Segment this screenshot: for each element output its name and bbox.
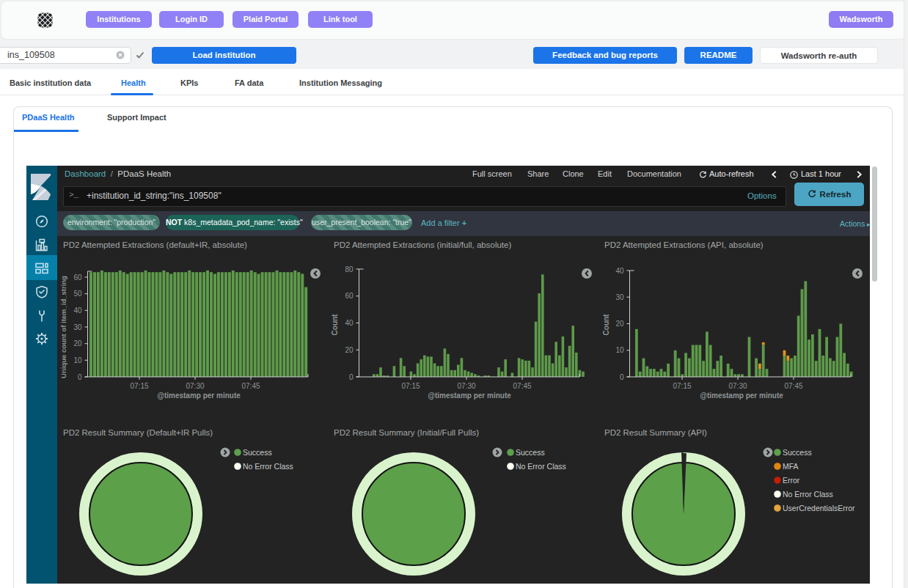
svg-text:UserCredentialsError: UserCredentialsError <box>783 504 855 512</box>
svg-text:80: 80 <box>345 265 354 273</box>
svg-text:@timestamp per minute: @timestamp per minute <box>157 392 241 400</box>
svg-text:07:30: 07:30 <box>186 382 204 390</box>
svg-text:07:45: 07:45 <box>784 382 802 390</box>
svg-text:No Error Class: No Error Class <box>243 462 293 471</box>
svg-text:Success: Success <box>783 448 812 457</box>
svg-text:PD2 Result Summary (API): PD2 Result Summary (API) <box>604 428 707 437</box>
svg-text:No Error Class: No Error Class <box>783 490 833 499</box>
svg-text:07:15: 07:15 <box>673 382 691 390</box>
svg-text:0: 0 <box>78 373 82 381</box>
svg-text:PD2 Attempted Extractions (API: PD2 Attempted Extractions (API, absolute… <box>604 240 764 249</box>
svg-text:Unique count of item_id_string: Unique count of item_id_string <box>59 276 67 378</box>
svg-text:0: 0 <box>620 373 624 381</box>
svg-text:Error: Error <box>783 476 800 485</box>
svg-text:Count: Count <box>602 314 610 336</box>
svg-text:Success: Success <box>243 448 272 457</box>
svg-text:30: 30 <box>73 323 82 331</box>
svg-text:07:30: 07:30 <box>457 382 475 390</box>
svg-text:20: 20 <box>73 339 82 348</box>
svg-text:30: 30 <box>615 293 624 301</box>
svg-text:60: 60 <box>345 292 354 300</box>
svg-text:07:45: 07:45 <box>513 382 531 390</box>
svg-text:20: 20 <box>345 346 354 354</box>
svg-text:07:45: 07:45 <box>241 382 260 390</box>
svg-text:10: 10 <box>615 346 624 354</box>
svg-text:No Error Class: No Error Class <box>516 462 566 471</box>
svg-text:40: 40 <box>615 267 624 275</box>
svg-text:PD2 Result Summary (Initial/Fu: PD2 Result Summary (Initial/Full Pulls) <box>334 428 479 437</box>
svg-text:Count: Count <box>331 314 339 336</box>
svg-text:40: 40 <box>73 306 82 315</box>
svg-text:50: 50 <box>73 290 82 298</box>
svg-text:PD2 Attempted Extractions (ini: PD2 Attempted Extractions (initial/full,… <box>334 240 511 249</box>
svg-text:0: 0 <box>349 373 354 381</box>
svg-text:MFA: MFA <box>783 462 799 471</box>
svg-text:PD2 Attempted Extractions (def: PD2 Attempted Extractions (default+IR, a… <box>63 240 247 249</box>
svg-text:20: 20 <box>615 320 624 328</box>
svg-text:07:15: 07:15 <box>130 382 148 390</box>
svg-text:60: 60 <box>73 273 82 282</box>
svg-text:07:30: 07:30 <box>728 382 747 390</box>
svg-text:40: 40 <box>345 319 354 327</box>
svg-text:PD2 Result Summary (Default+IR: PD2 Result Summary (Default+IR Pulls) <box>63 428 213 437</box>
svg-text:Success: Success <box>516 448 545 457</box>
svg-text:@timestamp per minute: @timestamp per minute <box>428 392 511 400</box>
svg-text:10: 10 <box>73 356 82 364</box>
svg-text:07:15: 07:15 <box>401 382 420 390</box>
svg-text:@timestamp per minute: @timestamp per minute <box>700 392 783 400</box>
